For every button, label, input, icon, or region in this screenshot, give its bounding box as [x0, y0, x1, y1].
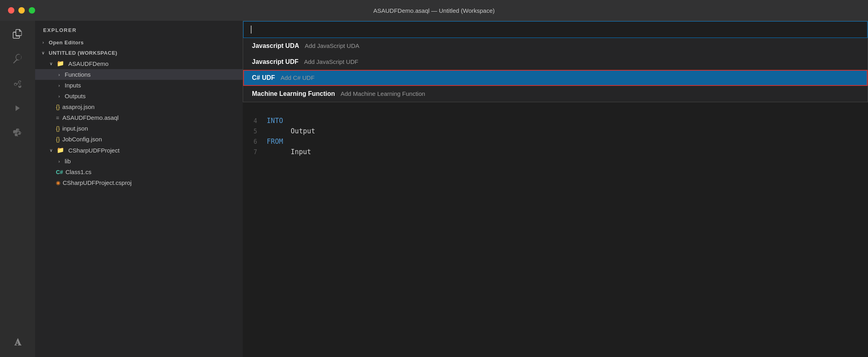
- close-button[interactable]: [8, 7, 14, 14]
- dropdown-item-csharp-udf-desc: Add C# UDF: [281, 74, 315, 81]
- sidebar-item-open-editors[interactable]: › Open Editors: [35, 37, 243, 48]
- title-bar: ASAUDFDemo.asaql — Untitled (Workspace): [0, 0, 868, 21]
- line-content-4: INTO: [267, 117, 868, 125]
- lib-label: lib: [65, 158, 71, 165]
- dropdown-item-javascript-uda-desc: Add JavaScript UDA: [305, 42, 359, 49]
- outputs-label: Outputs: [65, 93, 86, 99]
- code-line-6: 6 FROM: [243, 137, 868, 148]
- input-json-icon: {}: [56, 125, 60, 132]
- sidebar-item-csharpudfproject[interactable]: ∨ 📁 CSharpUDFProject: [35, 145, 243, 156]
- sidebar-item-csharpudfproject-csproj[interactable]: ◉ CSharpUDFProject.csproj: [35, 177, 243, 188]
- cs-icon: C#: [56, 169, 63, 175]
- maximize-button[interactable]: [29, 7, 35, 14]
- line-number-4: 4: [243, 117, 267, 125]
- chevron-down-icon: ∨: [40, 50, 46, 56]
- inputs-chevron-right-icon: ›: [56, 82, 62, 89]
- main-layout: 𝐀 Explorer › Open Editors ∨ Untitled (Wo…: [0, 21, 868, 357]
- dropdown-item-ml-function[interactable]: Machine Learning Function Add Machine Le…: [243, 86, 868, 102]
- sidebar-item-jobconfig-json[interactable]: {} JobConfig.json: [35, 134, 243, 145]
- inputs-label: Inputs: [65, 82, 81, 89]
- dropdown-item-javascript-uda-name: Javascript UDA: [252, 42, 299, 50]
- line-number-5: 5: [243, 128, 267, 135]
- dropdown-item-csharp-udf[interactable]: C# UDF Add C# UDF: [243, 70, 868, 86]
- line-content-5: Output: [267, 127, 868, 135]
- folder-chevron-down-icon: ∨: [48, 60, 54, 67]
- dropdown-item-javascript-udf-name: Javascript UDF: [252, 58, 299, 65]
- jobconfig-json-label: JobConfig.json: [62, 136, 102, 143]
- dropdown-item-javascript-uda[interactable]: Javascript UDA Add JavaScript UDA: [243, 38, 868, 54]
- jobconfig-json-icon: {}: [56, 136, 60, 143]
- sidebar-item-inputs[interactable]: › Inputs: [35, 80, 243, 91]
- line-number-6: 6: [243, 138, 267, 145]
- sidebar-item-class1-cs[interactable]: C# Class1.cs: [35, 167, 243, 177]
- account-activity-icon[interactable]: 𝐀: [11, 335, 24, 349]
- command-dropdown: Javascript UDA Add JavaScript UDA Javasc…: [243, 21, 868, 102]
- sidebar-item-outputs[interactable]: › Outputs: [35, 91, 243, 101]
- code-line-7: 7 Input: [243, 148, 868, 158]
- cursor: [251, 26, 252, 34]
- dropdown-search-bar[interactable]: [243, 21, 868, 38]
- dropdown-item-ml-function-desc: Add Machine Learning Function: [341, 90, 425, 97]
- code-line-4: 4 INTO: [243, 117, 868, 127]
- sidebar-item-asaudfdemo[interactable]: ∨ 📁 ASAUDFDemo: [35, 58, 243, 69]
- sidebar-item-asaudfdemo-asaql[interactable]: ≡ ASAUDFDemo.asaql: [35, 112, 243, 123]
- source-control-activity-icon[interactable]: [11, 77, 24, 90]
- minimize-button[interactable]: [18, 7, 25, 14]
- sidebar-item-functions[interactable]: › Functions: [35, 69, 243, 80]
- functions-label: Functions: [65, 71, 91, 78]
- input-json-label: input.json: [62, 125, 88, 132]
- explorer-activity-icon[interactable]: [11, 27, 24, 41]
- dropdown-item-ml-function-name: Machine Learning Function: [252, 90, 335, 97]
- chevron-right-icon: ›: [40, 39, 46, 46]
- window-controls: [8, 7, 35, 14]
- run-activity-icon[interactable]: [11, 101, 24, 115]
- functions-chevron-right-icon: ›: [56, 71, 62, 78]
- lib-chevron-right-icon: ›: [56, 158, 62, 165]
- csharpudfproject-csproj-label: CSharpUDFProject.csproj: [63, 179, 132, 186]
- code-line-5: 5 Output: [243, 127, 868, 137]
- asaudfdemo-label: ASAUDFDemo: [68, 60, 109, 67]
- csharp-folder-icon: 📁: [57, 147, 64, 154]
- sidebar: Explorer › Open Editors ∨ Untitled (Work…: [35, 21, 243, 357]
- csproj-icon: ◉: [56, 180, 60, 186]
- sidebar-item-asaproj-json[interactable]: {} asaproj.json: [35, 101, 243, 112]
- dropdown-item-javascript-udf-desc: Add JavaScript UDF: [304, 58, 359, 65]
- editor-area: Javascript UDA Add JavaScript UDA Javasc…: [243, 21, 868, 357]
- asaproj-json-label: asaproj.json: [62, 103, 95, 110]
- class1-cs-label: Class1.cs: [65, 169, 91, 175]
- dropdown-item-csharp-udf-name: C# UDF: [252, 74, 275, 81]
- csharpudfproject-label: CSharpUDFProject: [68, 147, 119, 154]
- sidebar-header: Explorer: [35, 21, 243, 37]
- extensions-activity-icon[interactable]: [11, 126, 24, 140]
- activity-bar: 𝐀: [0, 21, 35, 357]
- sidebar-item-input-json[interactable]: {} input.json: [35, 123, 243, 134]
- sidebar-tree: › Open Editors ∨ Untitled (Workspace) ∨ …: [35, 37, 243, 357]
- asaql-icon: ≡: [56, 115, 59, 121]
- line-number-7: 7: [243, 149, 267, 156]
- json-icon: {}: [56, 103, 60, 110]
- sidebar-item-workspace[interactable]: ∨ Untitled (Workspace): [35, 48, 243, 58]
- open-editors-label: Open Editors: [49, 40, 84, 46]
- outputs-chevron-right-icon: ›: [56, 93, 62, 99]
- line-content-7: Input: [267, 148, 868, 156]
- workspace-label: Untitled (Workspace): [49, 50, 117, 56]
- csharp-chevron-down-icon: ∨: [48, 147, 54, 153]
- folder-icon: 📁: [57, 60, 64, 67]
- search-activity-icon[interactable]: [11, 52, 24, 65]
- window-title: ASAUDFDemo.asaql — Untitled (Workspace): [373, 7, 495, 14]
- sidebar-item-lib[interactable]: › lib: [35, 156, 243, 167]
- asaudfdemo-asaql-label: ASAUDFDemo.asaql: [62, 114, 119, 121]
- line-content-6: FROM: [267, 137, 868, 145]
- code-editor[interactable]: 4 INTO 5 Output 6 FROM 7 Input: [243, 109, 868, 357]
- dropdown-item-javascript-udf[interactable]: Javascript UDF Add JavaScript UDF: [243, 54, 868, 70]
